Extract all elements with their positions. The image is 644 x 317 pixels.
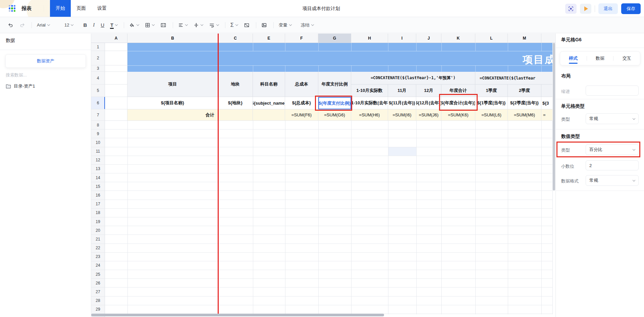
font-family-select[interactable]: Arial <box>35 20 52 30</box>
freeze-menu-button[interactable]: 冻结 <box>299 20 316 30</box>
cell-H7-sum[interactable]: =SUM(H6) <box>351 109 388 121</box>
cell-N5[interactable] <box>541 85 552 97</box>
cell-M5-q2[interactable]: 2季度 <box>508 85 541 97</box>
row-header-12[interactable]: 12 <box>91 156 105 165</box>
cell-B6-project-var[interactable]: ${项目名称} <box>127 97 218 109</box>
merge-cells-button[interactable] <box>158 20 169 30</box>
row-header-26[interactable]: 26 <box>91 279 105 287</box>
cell-A6[interactable] <box>105 97 127 109</box>
cell-K7-sum[interactable]: =SUM(K6) <box>441 109 475 121</box>
search-input[interactable] <box>6 72 83 77</box>
cell-F6-total-cost-var[interactable]: ${总成本} <box>285 97 318 109</box>
row-header-19[interactable]: 19 <box>91 217 105 226</box>
cell-G6-pay-ratio-var-selected[interactable]: ${年度支付比例} <box>318 97 351 109</box>
horizontal-align-button[interactable] <box>176 20 190 30</box>
cell-L5-q1[interactable]: 1季度 <box>475 85 508 97</box>
data-format-select[interactable]: 常规 <box>586 175 639 186</box>
cell-H6-var[interactable]: 1-10月实际数(去年 <box>351 97 388 109</box>
panel-tab-style[interactable]: 样式 <box>560 52 587 65</box>
cell-F4-total-cost[interactable]: 总成本 <box>285 72 318 97</box>
cell-C6-plot-var[interactable]: ${地块} <box>218 97 253 109</box>
row-header-9[interactable]: 9 <box>91 129 105 138</box>
variable-menu-button[interactable]: 变量 <box>276 20 294 30</box>
column-header-J[interactable]: J <box>416 34 441 43</box>
cell-F7-sum[interactable]: =SUM(F6) <box>285 109 318 121</box>
row-header-22[interactable]: 22 <box>91 244 105 253</box>
cell-M7-sum[interactable]: =SUM(M6) <box>508 109 541 121</box>
cell-H4-concat-formula[interactable]: =CONCATENATE(${lastYear}-1,'年预算') <box>351 72 475 85</box>
cell-J6-var[interactable]: ${12月(去年)} <box>416 97 441 109</box>
row-header-20[interactable]: 20 <box>91 226 105 235</box>
row-header-15[interactable]: 15 <box>91 182 105 191</box>
sum-function-button[interactable]: Σ <box>228 20 240 30</box>
cell-A3[interactable] <box>105 65 127 72</box>
vertical-align-button[interactable] <box>191 20 205 30</box>
row-header-13[interactable]: 13 <box>91 165 105 173</box>
vertical-scrollbar[interactable] <box>553 43 555 191</box>
column-header-E[interactable]: E <box>253 34 285 43</box>
number-type-select[interactable]: 百分比 <box>586 144 639 155</box>
cell-type-select[interactable]: 常规 <box>586 113 639 124</box>
row-header-7[interactable]: 7 <box>91 109 105 121</box>
cell-A4[interactable] <box>105 72 127 85</box>
row-header-17[interactable]: 17 <box>91 200 105 209</box>
row-header-18[interactable]: 18 <box>91 209 105 217</box>
column-header-I[interactable]: I <box>388 34 416 43</box>
sidebar-item-catalog-asset1[interactable]: 目录-资产1 <box>6 83 35 89</box>
row-header-25[interactable]: 25 <box>91 270 105 279</box>
text-wrap-button[interactable] <box>207 20 221 30</box>
column-header-L[interactable]: L <box>475 34 508 43</box>
data-asset-button[interactable]: 数据资产 <box>5 54 86 68</box>
cell-B7-total-label[interactable]: 合计 <box>127 109 218 121</box>
preview-button[interactable] <box>580 4 591 14</box>
cell-J5-dec[interactable]: 12月 <box>416 85 441 97</box>
row-header-4[interactable]: 4 <box>91 72 105 85</box>
exit-button[interactable]: 退出 <box>598 3 618 14</box>
cell-B4-project[interactable]: 项目 <box>127 72 218 97</box>
text-color-button[interactable]: T <box>108 20 120 30</box>
cell-M6-var[interactable]: ${2季度(当年)} <box>508 97 541 109</box>
row-header-10[interactable]: 10 <box>91 138 105 147</box>
row-header-29[interactable]: 29 <box>91 305 105 314</box>
cell-K6-var[interactable]: ${年度合计(去年)} <box>441 97 475 109</box>
cell-E7[interactable] <box>253 109 285 121</box>
diagonal-split-button[interactable] <box>241 20 252 30</box>
insert-image-button[interactable] <box>259 20 269 30</box>
cell-C4-plot[interactable]: 地块 <box>218 72 253 97</box>
cell-A5[interactable] <box>105 85 127 97</box>
row-header-16[interactable]: 16 <box>91 191 105 200</box>
underline-button[interactable]: U <box>98 20 107 30</box>
cell-I5-nov[interactable]: 11月 <box>388 85 416 97</box>
cell-E6-subject-var[interactable]: ${subject_name} <box>253 97 285 109</box>
cell-A1[interactable] <box>105 43 127 51</box>
row-header-21[interactable]: 21 <box>91 235 105 244</box>
indent-input[interactable] <box>586 86 639 96</box>
row-header-24[interactable]: 24 <box>91 261 105 270</box>
cell-J7-sum[interactable]: =SUM(J6) <box>416 109 441 121</box>
italic-button[interactable]: I <box>91 20 97 30</box>
nav-tab-page[interactable]: 页面 <box>71 0 92 17</box>
cell-A7[interactable] <box>105 109 127 121</box>
cell-C7[interactable] <box>218 109 253 121</box>
redo-button[interactable] <box>17 20 28 30</box>
highlighted-cell-I11[interactable] <box>388 147 416 156</box>
horizontal-scrollbar[interactable] <box>91 314 384 316</box>
row-header-8[interactable]: 8 <box>91 121 105 129</box>
column-header-G[interactable]: G <box>318 34 351 43</box>
column-header-H[interactable]: H <box>351 34 388 43</box>
cell-I6-var[interactable]: ${11月(去年)} <box>388 97 416 109</box>
save-button[interactable]: 保存 <box>621 3 641 14</box>
bold-button[interactable]: B <box>81 20 89 30</box>
row-header-3[interactable]: 3 <box>91 65 105 72</box>
row-header-1[interactable]: 1 <box>91 43 105 51</box>
cell-L4-concat-formula[interactable]: =CONCATENATE(${lastYear <box>475 72 552 85</box>
cell-N7-sum[interactable]: = <box>541 109 552 121</box>
cell-N6-var[interactable]: ${3 <box>541 97 552 109</box>
cell-G4-annual-pay-ratio[interactable]: 年度支付比例 <box>318 72 351 97</box>
row-header-14[interactable]: 14 <box>91 173 105 182</box>
cell-E4-subject-name[interactable]: 科目名称 <box>253 72 285 97</box>
undo-button[interactable] <box>5 20 16 30</box>
column-header-F[interactable]: F <box>285 34 318 43</box>
column-header-A[interactable]: A <box>105 34 127 43</box>
cell-G7-sum[interactable]: =SUM(G6) <box>318 109 351 121</box>
